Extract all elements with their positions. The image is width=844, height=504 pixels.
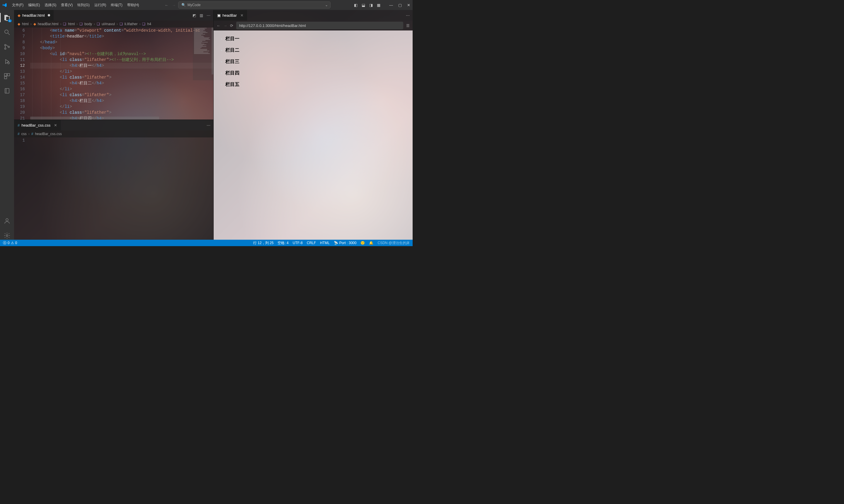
horizontal-scrollbar[interactable] [30,116,159,120]
code-line[interactable]: <h4>栏目二</h4> [30,80,213,86]
status-eol[interactable]: CRLF [307,241,316,245]
status-cursor[interactable]: 行 12，列 25 [253,240,273,246]
close-icon[interactable]: ✕ [407,3,410,7]
line-number: 19 [14,104,25,110]
settings-gear-icon[interactable] [3,232,11,240]
code-editor-bottom[interactable]: 1 [14,138,213,240]
command-center[interactable]: 🔍 MyCode ⌄ [178,1,330,8]
menu-item[interactable]: 运行(R) [92,2,108,8]
menu-item[interactable]: 文件(F) [10,2,25,8]
vertical-scrollbar[interactable] [212,28,213,74]
code-line[interactable]: <li class="lifather"> [30,92,213,98]
editor-tabs-top: ◆ headBar.html ◩ ▥ ⋯ [14,10,213,20]
title-bar: 文件(F)编辑(E)选择(S)查看(V)转到(G)运行(R)终端(T)帮助(H)… [0,0,413,10]
source-control-icon[interactable] [3,43,11,51]
code-editor-top[interactable]: 678910111213141516171819202122 <meta nam… [14,28,213,120]
menu-item[interactable]: 编辑(E) [26,2,42,8]
tab-preview[interactable]: ▣ headBar ✕ [214,10,247,20]
line-number: 14 [14,74,25,80]
minimize-icon[interactable]: — [389,3,393,7]
browser-forward-icon[interactable]: → [223,23,227,28]
code-line[interactable]: <li class="lifather"><!--创建父列，用于布局栏目--> [30,57,213,63]
code-line[interactable]: </li> [30,86,213,92]
close-tab-icon[interactable]: ✕ [54,123,57,127]
status-port[interactable]: 📡 Port : 3000 [334,241,357,245]
browser-back-icon[interactable]: ← [217,23,220,28]
status-problems[interactable]: ⓧ0 ⚠0 [3,240,17,246]
layout-toggle-bottom-icon[interactable]: ⬓ [362,3,365,7]
breadcrumb-separator: › [60,22,61,26]
menu-item[interactable]: 查看(V) [59,2,75,8]
line-number: 11 [14,57,25,63]
status-indent[interactable]: 空格: 4 [277,240,288,246]
status-bell-icon[interactable]: 🔔 [369,241,373,245]
status-lang[interactable]: HTML [320,241,330,245]
more-actions-icon[interactable]: ⋯ [206,13,211,18]
tab-headbar-html[interactable]: ◆ headBar.html [14,10,54,20]
account-icon[interactable] [3,217,11,225]
explorer-icon[interactable]: 1 [3,14,11,22]
code-line[interactable]: <li class="lifather"> [30,74,213,80]
menu-icon[interactable]: ☰ [406,23,410,28]
nav-back-icon[interactable]: ← [165,3,168,7]
tab-label: headBar.html [22,13,45,18]
code-line[interactable]: <h4>栏目三</h4> [30,98,213,104]
close-tab-icon[interactable]: ✕ [240,13,244,18]
book-icon[interactable] [3,87,11,95]
code-line[interactable]: <h4>栏目一</h4> [30,63,213,69]
menu-item[interactable]: 选择(S) [42,2,58,8]
compare-changes-icon[interactable]: ◩ [193,13,196,18]
svg-point-0 [5,30,8,33]
breadcrumb-item[interactable]: body [84,22,92,26]
code-line[interactable]: <title>headBar</title> [30,33,213,39]
menu-item[interactable]: 帮助(H) [125,2,141,8]
layout-toggle-left-icon[interactable]: ◧ [354,3,358,7]
split-editor-icon[interactable]: ▥ [200,13,203,18]
menu-item[interactable]: 转到(G) [75,2,91,8]
nav-forward-icon[interactable]: → [172,3,176,7]
breadcrumb-item[interactable]: ul#navul [102,22,115,26]
preview-viewport[interactable]: 栏目一栏目二栏目三栏目四栏目五 [214,31,413,240]
extensions-icon[interactable] [3,72,11,80]
layout-customize-icon[interactable]: ▦ [377,3,380,7]
url-bar[interactable]: http://127.0.0.1:3000/html/headBar.html [236,22,403,29]
more-actions-icon[interactable]: ⋯ [206,123,211,127]
breadcrumbs-top[interactable]: ◆html›◆headBar.html›❏html›❏body›❏ul#navu… [14,20,213,28]
line-number: 18 [14,98,25,104]
search-icon: 🔍 [181,3,186,7]
maximize-icon[interactable]: ▢ [398,3,402,7]
search-activity-icon[interactable] [3,28,11,36]
breadcrumb-item[interactable]: html [22,22,29,26]
breadcrumb-item[interactable]: html [68,22,75,26]
code-line[interactable]: <ul id="navul"><!--创建列表，id为navul--> [30,51,213,57]
status-feedback-icon[interactable]: 🙂 [360,241,365,245]
menu-item[interactable]: 终端(T) [109,2,124,8]
line-number: 13 [14,69,25,74]
preview-heading: 栏目二 [226,47,413,53]
breadcrumb-item[interactable]: h4 [147,22,151,26]
line-number: 9 [14,45,25,51]
code-line[interactable]: <meta name="viewport" content="width=dev… [30,28,213,33]
breadcrumb-item[interactable]: headBar.html [38,22,59,26]
html-file-icon: ◆ [18,13,20,18]
more-actions-icon[interactable]: ⋯ [406,13,410,18]
breadcrumbs-bottom[interactable]: #css›#headBar_css.css [14,130,213,138]
code-line[interactable]: <li class="lifather"> [30,110,213,115]
preview-icon: ▣ [217,13,221,18]
code-line[interactable]: <body> [30,45,213,51]
run-debug-icon[interactable] [3,57,11,66]
breadcrumb-item[interactable]: headBar_css.css [35,132,61,136]
symbol-icon: ❏ [79,22,83,26]
minimap[interactable] [193,28,213,80]
code-line[interactable]: </li> [30,69,213,74]
status-encoding[interactable]: UTF-8 [293,241,303,245]
code-line[interactable]: </li> [30,104,213,110]
layout-toggle-right-icon[interactable]: ◨ [369,3,373,7]
code-line[interactable]: </head> [30,39,213,45]
vscode-logo-icon [2,3,7,7]
reload-icon[interactable]: ⟳ [230,23,233,28]
tab-headbar-css[interactable]: # headBar_css.css ✕ [14,120,61,130]
symbol-icon: ❏ [97,22,100,26]
breadcrumb-item[interactable]: css [21,132,27,136]
breadcrumb-item[interactable]: li.lifather [125,22,138,26]
